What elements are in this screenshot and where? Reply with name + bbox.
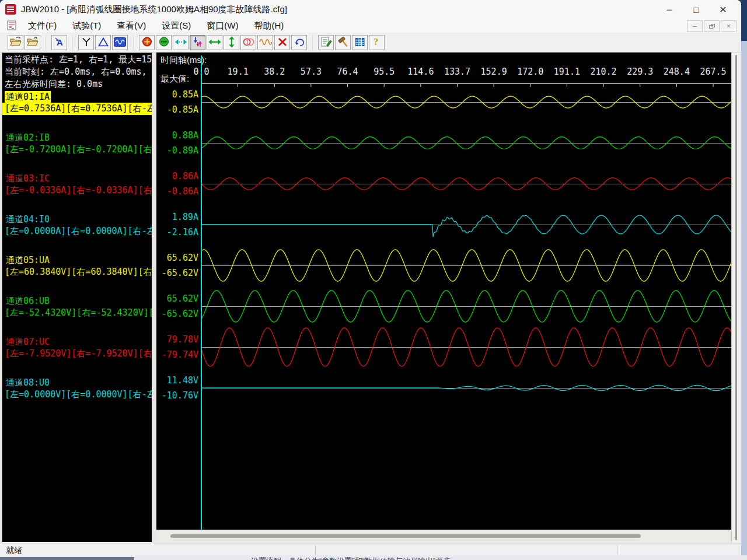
channel-min-value: -65.62V [158,268,198,278]
menu-item-3[interactable]: 设置(S) [158,20,194,32]
channel-info-06[interactable]: 通道06:UB[左=-52.4320V][右=-52.4320V][ [2,295,152,321]
channel-min-value: -0.86A [158,186,198,197]
zoom-out-circle-button[interactable] [156,35,172,50]
background-window-block [0,557,134,560]
waveform-I0 [201,215,731,237]
menu-item-5[interactable]: 帮助(H) [250,20,287,32]
vertical-scrollbar[interactable] [731,52,741,542]
channel-info-02[interactable]: 通道02:IB[左=-0.7200A][右=-0.7200A][右- [2,132,152,158]
delete-x-icon [277,37,288,49]
channel-max-value: 79.78V [158,334,198,345]
channel-min-value: -65.62V [158,309,198,319]
channel-info-panel: 当前采样点: 左=1, 右=1, 最大=1581当前时刻: 左=0.0ms, 右… [2,52,152,542]
channel-max-value: 11.48V [158,375,198,386]
menu-item-1[interactable]: 试验(T) [69,20,104,32]
title-bar: JBW2010 - [高阻消弧线圈接地系统1000欧姆A相90度非故障线路.cf… [0,0,741,19]
sine-wave-icon [259,37,272,49]
window-controls: ─ □ × [656,0,736,19]
delta-connection-button[interactable] [95,35,111,50]
cursor-tool-button[interactable] [190,35,205,50]
time-tick-label: 76.4 [337,66,358,77]
sine-wave-button[interactable] [257,35,273,50]
mdi-restore-button[interactable] [704,20,720,32]
document-icon [7,20,18,30]
channel-max-value: 65.62V [158,253,198,263]
waveform-view-icon [114,37,126,49]
undo-button[interactable] [291,35,307,50]
time-tick-label: 133.7 [444,66,470,77]
channel-label: 通道06:UB [5,295,51,307]
waveform-canvas [201,83,731,530]
client-area: 当前采样点: 左=1, 右=1, 最大=1581当前时刻: 左=0.0ms, 右… [0,52,741,544]
time-tick-label: 172.0 [517,66,543,77]
hammer-tool-icon [337,36,349,50]
vertical-scrollbar-thumb[interactable] [735,55,737,540]
phase-a-marker-icon: A [54,37,65,49]
horizontal-scrollbar[interactable] [156,530,731,542]
channel-cursor-values: [左=60.3840V][右=60.3840V][右- [2,266,152,278]
mdi-minimize-button[interactable]: – [687,20,703,32]
expand-vertical-button[interactable] [224,35,239,50]
help-icon: ? [372,36,382,49]
channel-cursor-values: [左=0.0000A][右=0.0000A][右-左 [2,225,152,237]
undo-icon [294,36,305,49]
y-connection-icon [81,37,92,49]
minimize-button[interactable]: ─ [656,0,683,19]
open-file-alt-button[interactable] [25,35,40,50]
app-window: JBW2010 - [高阻消弧线圈接地系统1000欧姆A相90度非故障线路.cf… [0,0,741,555]
delta-connection-icon [97,37,109,49]
channel-min-value: -0.89A [158,145,198,156]
channel-cursor-values: [左=0.0000V][右=0.0000V][右-左 [2,388,152,401]
hammer-tool-button[interactable] [335,35,351,50]
open-file-icon [9,36,22,49]
overlay-waves-button[interactable] [240,35,256,50]
compress-horizontal-button[interactable] [173,35,189,50]
y-connection-button[interactable] [78,35,94,50]
close-button[interactable]: × [710,0,736,19]
channel-info-05[interactable]: 通道05:UA[左=60.3840V][右=60.3840V][右- [2,254,152,280]
menu-item-4[interactable]: 窗口(W) [203,20,242,32]
zoom-in-circle-icon [141,36,153,49]
time-tick-label: 229.3 [627,66,653,77]
restore-icon [709,24,714,29]
menu-item-2[interactable]: 查看(V) [113,20,149,32]
channel-info-08[interactable]: 通道08:U0[左=0.0000V][右=0.0000V][右-左 [2,377,152,402]
channel-label: 通道01:IA [5,91,51,103]
toolbar-group-1: A [51,35,73,50]
edit-report-icon [320,36,332,50]
menu-item-0[interactable]: 文件(F) [25,20,60,32]
channel-cursor-values: [左=-0.7200A][右=-0.7200A][右- [2,144,152,156]
channel-label: 通道07:UC [5,336,51,348]
help-button[interactable]: ? [369,35,385,50]
waveform-panel: 时间轴(ms): 最大值: 0.019.138.257.376.495.5114… [156,52,731,542]
delete-x-button[interactable] [274,35,290,50]
channel-info-03[interactable]: 通道03:IC[左=-0.0336A][右=-0.0336A][右- [2,173,152,198]
channel-max-value: 0.88A [158,130,198,141]
time-tick-label: 114.6 [407,66,434,77]
maximize-button[interactable]: □ [683,0,710,19]
zoom-in-circle-button[interactable] [139,35,155,50]
app-icon [5,4,16,15]
horizontal-scrollbar-thumb[interactable] [170,534,641,538]
svg-text:A: A [57,37,63,47]
toolbar-group-0 [8,35,46,50]
left-cursor-line[interactable] [201,55,202,530]
harmonic-bars-button[interactable] [352,35,368,50]
channel-label: 通道05:UA [5,254,51,266]
expand-vertical-icon [226,36,237,50]
channel-info-07[interactable]: 通道07:UC[左=-7.9520V][右=-7.9520V][右- [2,336,152,362]
phase-a-marker-button[interactable]: A [51,35,67,50]
mdi-close-button[interactable]: × [721,20,736,32]
channel-info-04[interactable]: 通道04:I0[左=0.0000A][右=0.0000A][右-左 [2,214,152,239]
cursor-tool-icon [192,36,204,50]
channel-info-01[interactable]: 通道01:IA[左=0.7536A][右=0.7536A][右-左 [2,91,152,117]
compress-horizontal-icon [174,37,187,49]
edit-report-button[interactable] [318,35,334,50]
waveform-view-button[interactable] [112,35,128,50]
channel-min-value: -2.16A [158,227,198,237]
expand-horizontal-button[interactable] [207,35,222,50]
channel-max-value: 65.62V [158,293,198,304]
open-file-button[interactable] [8,35,23,50]
channel-max-value: 0.85A [158,89,198,100]
sample-info-line-2: 左右光标时间差: 0.0ms [5,79,103,90]
